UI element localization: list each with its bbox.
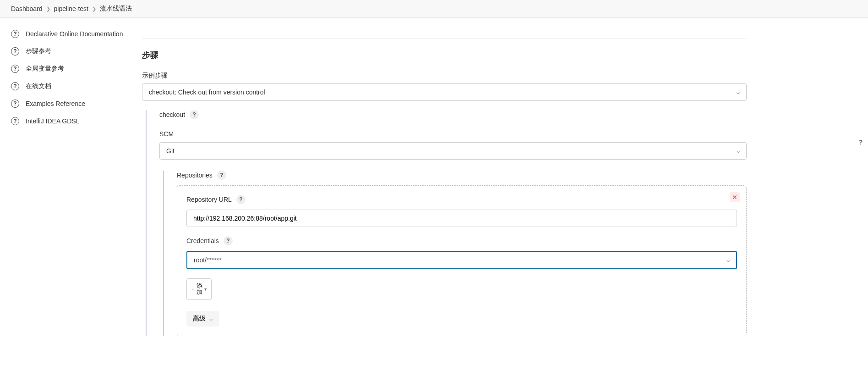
breadcrumb-item-dashboard[interactable]: Dashboard [11,5,43,12]
plus-icon: + [191,286,194,292]
add-button-label: 添加 [196,283,202,296]
repositories-label: Repositories [177,172,213,179]
sidebar-item-label: IntelliJ IDEA GDSL [26,117,80,125]
scm-label: SCM [159,130,747,138]
help-icon: ? [11,30,19,38]
chevron-right-icon: ❯ [92,6,96,12]
breadcrumb-item-pipeline-test[interactable]: pipeline-test [54,5,89,12]
sidebar-item-online-docs[interactable]: ? 在线文档 [0,78,142,95]
help-icon[interactable]: ? [236,195,246,204]
section-title: 步骤 [142,50,747,61]
sidebar-item-examples[interactable]: ? Examples Reference [0,95,142,112]
sidebar-item-global-vars[interactable]: ? 全局变量参考 [0,60,142,78]
sample-step-label: 示例步骤 [142,72,747,80]
sidebar-item-step-reference[interactable]: ? 步骤参考 [0,43,142,60]
divider [142,38,747,39]
help-icon: ? [11,82,19,90]
main-content: 步骤 示例步骤 checkout: Check out from version… [142,18,765,345]
repo-url-input[interactable] [186,210,737,227]
help-icon[interactable]: ? [190,110,199,119]
scm-config-block: Repositories ? ✕ Repository URL ? [163,171,747,336]
caret-down-icon: ▾ [204,287,207,292]
sidebar-item-label: Examples Reference [26,100,85,107]
credentials-label: Credentials [186,237,219,244]
checkout-label: checkout [159,111,185,118]
checkout-block: checkout ? SCM Git ⌵ Repositories ? ✕ Re… [146,110,747,336]
sidebar-item-declarative-docs[interactable]: ? Declarative Online Documentation [0,25,142,43]
scm-select[interactable]: Git ⌵ [159,142,747,160]
close-icon[interactable]: ✕ [730,192,740,202]
sidebar-item-label: Declarative Online Documentation [26,30,123,38]
scm-value: Git [166,147,175,155]
advanced-button-label: 高级 [193,315,206,323]
advanced-button[interactable]: 高级 ⌵ [186,311,219,327]
help-icon: ? [11,65,19,73]
chevron-down-icon: ⌵ [726,257,730,263]
add-credentials-button[interactable]: + 添加 ▾ [186,278,212,300]
sidebar-item-label: 在线文档 [26,82,51,90]
sidebar-item-intellij-gdsl[interactable]: ? IntelliJ IDEA GDSL [0,112,142,130]
help-icon: ? [11,100,19,108]
breadcrumb: Dashboard ❯ pipeline-test ❯ 流水线语法 [0,0,868,18]
breadcrumb-item-syntax[interactable]: 流水线语法 [100,5,132,13]
repo-url-label: Repository URL [186,196,232,203]
help-icon[interactable]: ? [217,171,226,180]
help-icon: ? [11,47,19,55]
sidebar-item-label: 全局变量参考 [26,65,64,73]
chevron-down-icon: ⌵ [737,89,740,95]
credentials-select[interactable]: root/****** ⌵ [186,251,737,269]
help-icon: ? [11,117,19,125]
chevron-down-icon: ⌵ [737,148,740,154]
chevron-right-icon: ❯ [46,6,50,12]
sample-step-value: checkout: Check out from version control [149,89,265,96]
floating-help-icon[interactable]: ? [856,138,865,147]
repository-panel: ✕ Repository URL ? Credentials ? [177,185,747,336]
sidebar-item-label: 步骤参考 [26,47,51,55]
sample-step-select[interactable]: checkout: Check out from version control… [142,83,747,101]
help-icon[interactable]: ? [224,236,233,245]
sidebar: ? Declarative Online Documentation ? 步骤参… [0,18,142,345]
credentials-value: root/****** [194,256,222,264]
chevron-down-icon: ⌵ [209,316,213,322]
